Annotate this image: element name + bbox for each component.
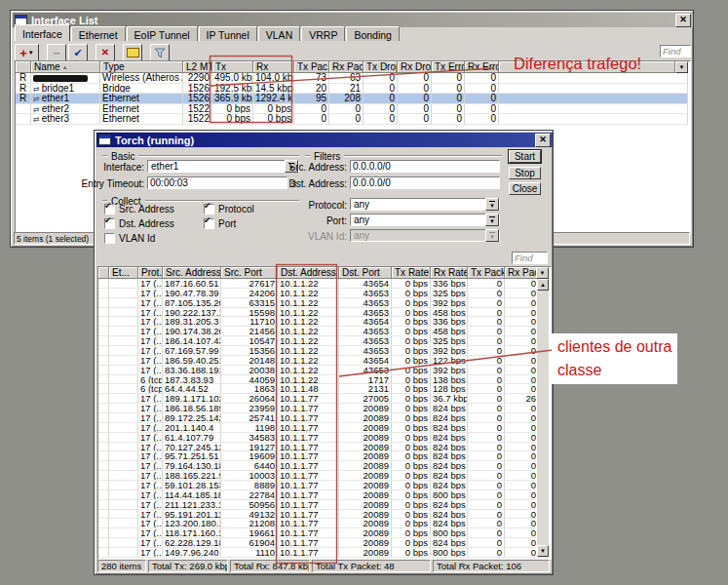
tab-vrrp[interactable]: VRRP: [301, 26, 345, 41]
table-row[interactable]: 17 (...87.105.135.2046331510.1.1.2243653…: [98, 298, 536, 308]
protocol-select[interactable]: any ▼: [350, 198, 500, 211]
tab-eoip-tunnel[interactable]: EoIP Tunnel: [127, 26, 198, 41]
table-row[interactable]: ⇄ether3Ethernet15220 bps0 bps000000: [16, 114, 688, 125]
comment-button[interactable]: [123, 44, 142, 61]
tab-ethernet[interactable]: Ethernet: [71, 26, 126, 41]
table-row[interactable]: 17 (...189.1.171.1022606410.1.1.77270050…: [98, 394, 536, 404]
column-header-rx-pac-[interactable]: Rx Pac...: [329, 61, 364, 73]
filter-button[interactable]: [150, 44, 170, 61]
table-row[interactable]: 17 (...187.16.60.512761710.1.1.22436540 …: [98, 279, 536, 289]
table-row[interactable]: R⇄bridge1Bridge1526192.5 kbps14.5 kbps20…: [16, 84, 688, 95]
dst-address-checkbox[interactable]: ✔Dst. Address: [104, 217, 174, 229]
table-row[interactable]: RWireless (Atheros AR5...2290495.0 kbps1…: [16, 73, 688, 84]
column-header-src-port[interactable]: Src. Port: [221, 267, 278, 279]
table-row[interactable]: 17 (...67.169.57.991535610.1.1.22436530 …: [98, 346, 536, 356]
close-button[interactable]: Close: [509, 182, 541, 195]
checked-checkbox-icon[interactable]: ✔: [104, 204, 115, 214]
src-address-field[interactable]: [350, 160, 500, 173]
chevron-down-icon[interactable]: ▼: [485, 214, 499, 226]
interface-select[interactable]: ether1 ▼: [147, 160, 299, 173]
table-row[interactable]: 17 (...149.7.96.240111010.1.1.77200890 b…: [98, 548, 536, 558]
vertical-scrollbar[interactable]: ▲ ▼: [536, 279, 549, 558]
column-header-tx-drops[interactable]: Tx Drops: [364, 61, 398, 73]
column-header-prot-[interactable]: Prot...: [138, 267, 163, 279]
add-button[interactable]: +▼: [15, 44, 39, 61]
table-row[interactable]: 17 (...186.18.56.1892395910.1.1.77200890…: [98, 404, 536, 413]
header-select-column[interactable]: [98, 267, 109, 279]
column-header-rx-rate[interactable]: Rx Rate: [431, 267, 468, 279]
column-header-dst-address[interactable]: Dst. Address▲: [278, 267, 339, 279]
column-header-rx-pack-[interactable]: Rx Pack...: [505, 267, 539, 279]
table-row[interactable]: 17 (...186.59.40.2512014810.1.1.22436540…: [98, 356, 536, 366]
table-row[interactable]: 17 (...190.47.78.392420610.1.1.22436530 …: [98, 289, 536, 298]
header-flag-column[interactable]: [16, 61, 31, 73]
find-input[interactable]: [660, 45, 691, 58]
checked-checkbox-icon[interactable]: ✔: [104, 218, 115, 229]
table-row[interactable]: 17 (...186.14.107.431054710.1.1.22436530…: [98, 336, 536, 346]
table-row[interactable]: 17 (...79.164.130.187644010.1.1.77200890…: [98, 461, 536, 471]
close-icon[interactable]: ✕: [675, 14, 691, 27]
table-row[interactable]: R⇄ether1Ethernet1526365.9 kbps1292.4 k..…: [16, 94, 688, 104]
chevron-down-icon[interactable]: ▼: [485, 198, 499, 211]
disable-button[interactable]: ✕: [96, 44, 115, 61]
entry-timeout-field[interactable]: [147, 176, 287, 189]
table-row[interactable]: 17 (...188.165.221.961000310.1.1.7720089…: [98, 471, 536, 481]
column-header-tx-pac-[interactable]: Tx Pac...: [294, 61, 329, 73]
column-header-tx[interactable]: Tx: [212, 61, 253, 73]
dst-address-field[interactable]: [350, 176, 500, 189]
table-row[interactable]: 17 (...89.172.25.1422574110.1.1.77200890…: [98, 413, 536, 423]
table-row[interactable]: 17 (...83.36.188.1912003810.1.1.22436530…: [98, 366, 536, 375]
table-row[interactable]: ⇄ether2Ethernet15220 bps0 bps000000: [16, 104, 688, 115]
table-row[interactable]: 6 (tcp)64.4.44.52186310.1.1.4821310 bps1…: [98, 384, 536, 394]
column-select-icon[interactable]: ▼: [675, 61, 688, 73]
checked-checkbox-icon[interactable]: ✔: [204, 218, 214, 229]
find-input[interactable]: [512, 252, 548, 264]
table-row[interactable]: 17 (...61.4.107.793458310.1.1.77200890 b…: [98, 433, 536, 443]
table-row[interactable]: 6 (tcp)187.3.83.934405910.1.1.2217170 bp…: [98, 375, 536, 385]
start-button[interactable]: Start: [509, 150, 541, 163]
table-row[interactable]: 17 (...211.121.233.1905095610.1.1.772008…: [98, 500, 536, 510]
table-row[interactable]: 17 (...201.1.140.4119810.1.1.77200890 bp…: [98, 423, 536, 433]
table-row[interactable]: 17 (...118.171.160.1741966110.1.1.772008…: [98, 528, 536, 538]
checked-checkbox-icon[interactable]: ✔: [204, 204, 214, 214]
column-header-tx-pack-[interactable]: Tx Pack...: [468, 267, 505, 279]
column-header-l2-mtu[interactable]: L2 MTU: [183, 61, 212, 73]
column-header-name[interactable]: Name▲: [31, 61, 100, 73]
table-row[interactable]: 17 (...114.44.185.1882278410.1.1.7720089…: [98, 490, 536, 500]
table-row[interactable]: 17 (...123.200.180.1482120810.1.1.772008…: [98, 519, 536, 528]
stop-button[interactable]: Stop: [509, 167, 541, 179]
table-row[interactable]: 17 (...62.228.129.1856190410.1.1.7720089…: [98, 538, 536, 548]
tab-bonding[interactable]: Bonding: [346, 26, 400, 41]
scroll-up-icon[interactable]: ▲: [537, 279, 549, 291]
table-row[interactable]: 17 (...95.71.251.511960910.1.1.77200890 …: [98, 451, 536, 461]
table-row[interactable]: 17 (...59.101.28.153888910.1.1.77200890 …: [98, 481, 536, 490]
table-row[interactable]: 17 (...190.222.137.1691559810.1.1.224365…: [98, 308, 536, 318]
table-row[interactable]: 17 (...189.31.205.31171010.1.1.22436540 …: [98, 317, 536, 327]
column-header-type[interactable]: Type: [100, 61, 183, 73]
table-row[interactable]: 17 (...70.127.245.1201912710.1.1.7720089…: [98, 443, 536, 452]
column-header-rx-drops[interactable]: Rx Drops: [398, 61, 432, 73]
remove-button[interactable]: −: [47, 44, 66, 61]
torch-titlebar[interactable]: Torch (running) ✕: [96, 133, 553, 147]
interface-list-titlebar[interactable]: Interface List ✕: [13, 13, 693, 27]
column-header-dst-port[interactable]: Dst. Port: [339, 267, 392, 279]
table-row[interactable]: 17 (...190.174.38.2042145610.1.1.2243653…: [98, 327, 536, 336]
table-row[interactable]: 17 (...95.191.201.1154913210.1.1.7720089…: [98, 510, 536, 520]
port-checkbox[interactable]: ✔Port: [204, 217, 254, 229]
port-select[interactable]: any ▼: [350, 214, 500, 226]
column-header-rx-errors[interactable]: Rx Errors: [465, 61, 499, 73]
tab-vlan[interactable]: VLAN: [258, 26, 300, 41]
column-select-icon[interactable]: ▼: [536, 267, 549, 279]
column-header-rx[interactable]: Rx: [253, 61, 294, 73]
column-header-tx-errors[interactable]: Tx Errors: [432, 61, 465, 73]
column-header-src-address[interactable]: Src. Address: [163, 267, 221, 279]
protocol-checkbox[interactable]: ✔Protocol: [204, 203, 254, 214]
src-address-checkbox[interactable]: ✔Src. Address: [104, 203, 174, 214]
column-header-et-[interactable]: Et...: [109, 267, 138, 279]
unchecked-checkbox-icon[interactable]: [104, 233, 115, 244]
scroll-down-icon[interactable]: ▼: [537, 545, 549, 557]
tab-ip-tunnel[interactable]: IP Tunnel: [199, 26, 257, 41]
vlan-id-checkbox[interactable]: VLAN Id: [104, 232, 174, 244]
close-icon[interactable]: ✕: [535, 134, 551, 147]
column-header-tx-rate[interactable]: Tx Rate: [392, 267, 431, 279]
